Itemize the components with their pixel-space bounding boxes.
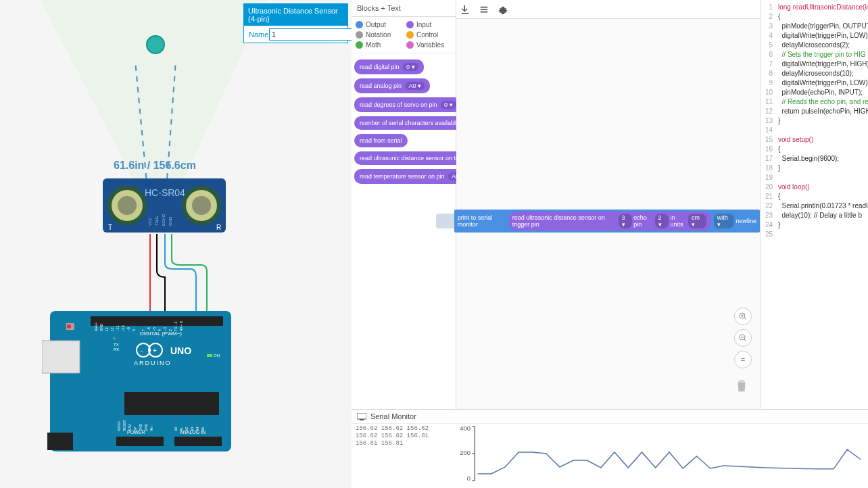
svg-line-61 bbox=[744, 339, 746, 341]
zoom-in-button[interactable] bbox=[734, 308, 752, 325]
svg-text:~5: ~5 bbox=[152, 327, 156, 331]
category-dot bbox=[356, 21, 363, 28]
svg-text:VCC: VCC bbox=[148, 217, 152, 226]
name-label: Name bbox=[246, 29, 269, 40]
svg-line-57 bbox=[744, 318, 746, 320]
bug-icon[interactable] bbox=[498, 5, 508, 14]
svg-text:13: 13 bbox=[105, 327, 109, 331]
svg-text:ARDUINO: ARDUINO bbox=[134, 360, 172, 366]
block-item[interactable]: read digital pin 0 ▾ bbox=[354, 59, 424, 74]
svg-text:~11: ~11 bbox=[116, 325, 120, 331]
component-name-input[interactable] bbox=[269, 28, 352, 41]
category-variables[interactable]: Variables bbox=[404, 40, 454, 50]
circuit-canvas[interactable]: 61.6in / 156.6cm HC-SR04 TR VCC TRIG ECH… bbox=[0, 0, 352, 488]
power-jack bbox=[47, 433, 73, 450]
block-item[interactable]: number of serial characters available bbox=[354, 116, 464, 130]
svg-text:UNO: UNO bbox=[170, 345, 191, 356]
expand-icon[interactable] bbox=[479, 5, 489, 14]
svg-rect-11 bbox=[42, 341, 80, 373]
wire-echo bbox=[165, 234, 196, 318]
svg-text:GND: GND bbox=[144, 424, 148, 432]
block-item[interactable]: read from serial bbox=[354, 134, 408, 147]
zoom-fit-button[interactable]: = bbox=[734, 351, 752, 368]
power-header[interactable] bbox=[116, 437, 164, 446]
atmega-chip bbox=[124, 392, 219, 415]
svg-text:12: 12 bbox=[110, 327, 114, 331]
svg-text:R: R bbox=[216, 224, 221, 231]
svg-text:2: 2 bbox=[168, 329, 172, 331]
svg-text:200: 200 bbox=[460, 449, 471, 456]
reset-button[interactable] bbox=[67, 324, 71, 328]
svg-text:~10: ~10 bbox=[121, 325, 125, 331]
category-dot bbox=[406, 21, 414, 28]
category-dot bbox=[356, 41, 363, 49]
block-item[interactable]: read degrees of servo on pin 0 ▾ bbox=[354, 97, 462, 112]
trash-icon[interactable] bbox=[734, 376, 749, 394]
svg-text:A2: A2 bbox=[185, 427, 189, 431]
category-dot bbox=[406, 41, 414, 49]
category-math[interactable]: Math bbox=[353, 40, 404, 50]
svg-text:5V: 5V bbox=[133, 426, 137, 431]
category-dot bbox=[356, 31, 363, 39]
svg-text:A4: A4 bbox=[195, 427, 199, 431]
download-icon[interactable] bbox=[460, 5, 470, 14]
category-dot bbox=[406, 31, 414, 39]
analog-header[interactable] bbox=[174, 437, 222, 446]
svg-text:A5: A5 bbox=[201, 427, 205, 431]
svg-text:4: 4 bbox=[158, 329, 162, 331]
svg-text:~6: ~6 bbox=[147, 327, 151, 331]
svg-rect-63 bbox=[357, 413, 366, 419]
svg-text:~9: ~9 bbox=[126, 327, 130, 331]
blocks-workspace[interactable]: print to serial monitor read ultrasonic … bbox=[456, 0, 761, 409]
distance-readout: 61.6in / 156.6cm bbox=[114, 160, 196, 172]
category-input[interactable]: Input bbox=[404, 20, 454, 30]
svg-text:GND: GND bbox=[99, 324, 103, 332]
svg-text:A3: A3 bbox=[190, 427, 194, 431]
serial-output[interactable]: 156.62 156.62 156.62 156.62 156.62 156.8… bbox=[352, 424, 456, 483]
svg-text:400: 400 bbox=[460, 425, 471, 432]
svg-text:-: - bbox=[141, 347, 143, 354]
component-properties: Ultrasonic Distance Sensor (4-pin) Name bbox=[243, 3, 348, 43]
svg-text:GND: GND bbox=[168, 216, 172, 226]
category-output[interactable]: Output bbox=[353, 20, 404, 30]
blocks-mode-label[interactable]: Blocks + Text bbox=[352, 0, 456, 17]
component-title: Ultrasonic Distance Sensor (4-pin) bbox=[244, 4, 347, 26]
sensor-model-label: HC-SR04 bbox=[145, 187, 185, 198]
svg-text:Vin: Vin bbox=[149, 426, 153, 431]
svg-text:0: 0 bbox=[467, 475, 471, 482]
serial-plot: 400 200 0 bbox=[456, 424, 868, 483]
block-item[interactable]: read temperature sensor on pin A0 ▾ bbox=[354, 169, 473, 184]
svg-text:+: + bbox=[153, 347, 157, 354]
svg-rect-22 bbox=[207, 354, 212, 357]
svg-point-1 bbox=[118, 196, 137, 215]
svg-text:8: 8 bbox=[132, 329, 136, 331]
svg-text:RESET: RESET bbox=[122, 420, 126, 431]
svg-text:ECHO: ECHO bbox=[162, 214, 166, 226]
svg-text:TX: TX bbox=[114, 343, 119, 347]
svg-text:7: 7 bbox=[141, 329, 145, 331]
svg-text:T: T bbox=[108, 224, 112, 231]
svg-text:~3: ~3 bbox=[163, 327, 167, 331]
code-panel[interactable]: 1 2 3 4 5 6 7 8 9 10 11 12 13 14 15 16 1… bbox=[761, 0, 868, 409]
svg-text:AREF: AREF bbox=[94, 322, 98, 331]
zoom-out-button[interactable] bbox=[734, 329, 752, 347]
serial-icon bbox=[357, 413, 366, 420]
block-item[interactable]: read analog pin A0 ▾ bbox=[354, 78, 430, 93]
blocks-panel: Blocks + Text OutputInputNotationControl… bbox=[352, 0, 456, 409]
category-notation[interactable]: Notation bbox=[353, 30, 404, 40]
wire-trig bbox=[172, 234, 207, 318]
target-object[interactable] bbox=[147, 36, 164, 53]
svg-text:3.3V: 3.3V bbox=[128, 424, 132, 431]
svg-point-3 bbox=[192, 196, 211, 215]
svg-rect-64 bbox=[360, 419, 364, 420]
svg-text:RX←0: RX←0 bbox=[179, 321, 183, 331]
svg-text:ON: ON bbox=[214, 353, 220, 358]
category-control[interactable]: Control bbox=[404, 30, 454, 40]
svg-text:GND: GND bbox=[139, 424, 143, 432]
svg-text:A0: A0 bbox=[174, 427, 178, 431]
workspace-block[interactable]: print to serial monitor read ultrasonic … bbox=[436, 210, 760, 233]
svg-text:TX→1: TX→1 bbox=[174, 322, 178, 331]
serial-monitor: Serial Monitor 156.62 156.62 156.62 156.… bbox=[352, 409, 868, 488]
svg-text:A1: A1 bbox=[179, 427, 183, 431]
digital-header[interactable] bbox=[91, 316, 223, 326]
